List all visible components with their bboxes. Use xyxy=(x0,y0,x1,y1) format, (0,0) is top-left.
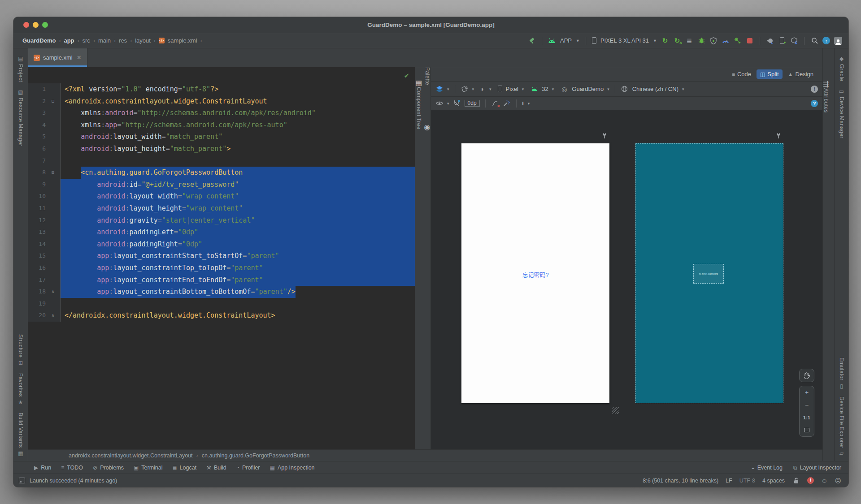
toolwindow-todo[interactable]: ≡TODO xyxy=(61,465,83,471)
toolwindow-problems[interactable]: ⊘Problems xyxy=(93,465,124,471)
gutter[interactable]: 10 xyxy=(28,190,61,202)
chevron-down-icon[interactable]: ▾ xyxy=(528,101,530,106)
mode-design[interactable]: ▲Design xyxy=(784,69,817,79)
run-configuration-select[interactable]: APP xyxy=(560,37,572,44)
breadcrumb-item[interactable]: GuardDemo xyxy=(22,37,56,44)
run-button[interactable]: ↻ xyxy=(661,37,669,45)
breadcrumb-item[interactable]: app xyxy=(64,37,74,44)
code-line-19[interactable]: 19 xyxy=(28,298,415,310)
night-mode-icon[interactable]: ◑ xyxy=(478,85,486,93)
gutter[interactable]: 15 xyxy=(28,250,61,262)
mode-code[interactable]: ≡Code xyxy=(728,69,755,79)
stop-button[interactable] xyxy=(746,37,754,45)
gutter[interactable]: 13 xyxy=(28,226,61,238)
tab-component-tree[interactable]: Component Tree ◉ xyxy=(416,87,430,131)
toolwindow-run[interactable]: ▶Run xyxy=(34,465,51,471)
zoom-in-button[interactable]: + xyxy=(800,386,814,399)
inspection-ok-icon[interactable]: ✔ xyxy=(404,70,409,82)
tool-strip-tab-resource-manager[interactable]: ▧Resource Manager xyxy=(17,89,24,146)
toolwindow-terminal[interactable]: ▣Terminal xyxy=(134,465,163,471)
toolwindow-profiler[interactable]: ◔Profiler xyxy=(236,465,260,471)
gutter[interactable]: 2⊟ xyxy=(28,95,61,108)
toolwindow-app-inspection[interactable]: ▦App Inspection xyxy=(270,465,315,471)
avatar[interactable] xyxy=(834,37,842,45)
code-line-4[interactable]: 4 xmlns:app="http://schemas.android.com/… xyxy=(28,119,415,131)
clear-constraints-icon[interactable]: ✕ xyxy=(491,99,499,108)
build-hammer-icon[interactable] xyxy=(528,37,536,45)
infer-constraints-wand-icon[interactable] xyxy=(503,99,511,108)
design-canvas[interactable]: 忘记密码? tv_reset_password xyxy=(431,110,822,449)
gradle-sync-icon[interactable] xyxy=(766,37,774,45)
caret-position[interactable]: 8:6 (501 chars, 10 line breaks) xyxy=(643,478,718,484)
breadcrumb-root[interactable]: androidx.constraintlayout.widget.Constra… xyxy=(69,452,193,459)
sdk-manager-icon[interactable] xyxy=(790,37,798,45)
toolwindow-build[interactable]: ⚒Build xyxy=(206,465,226,471)
profiler-gauge-icon[interactable] xyxy=(722,37,730,45)
happy-face-icon[interactable]: ☺ xyxy=(821,477,827,484)
issues-badge[interactable]: ! xyxy=(811,86,818,93)
toolwindow-event-log[interactable]: ◒Event Log xyxy=(751,465,783,471)
minimize-window-button[interactable] xyxy=(33,22,39,28)
gutter[interactable]: 16 xyxy=(28,262,61,274)
gutter[interactable]: 4 xyxy=(28,119,61,131)
chevron-down-icon[interactable]: ▾ xyxy=(522,87,524,91)
code-line-12[interactable]: 12 android:gravity="start|center_vertica… xyxy=(28,215,415,227)
forgot-password-text[interactable]: 忘记密码? xyxy=(461,270,609,279)
breadcrumb-item[interactable]: res xyxy=(119,37,127,44)
breadcrumb-item[interactable]: layout xyxy=(135,37,151,44)
gutter[interactable]: 17 xyxy=(28,274,61,286)
chevron-down-icon[interactable]: ▾ xyxy=(447,87,449,91)
fold-marker-icon[interactable]: ∧ xyxy=(48,286,58,298)
code-line-6[interactable]: 6 android:layout_height="match_parent"> xyxy=(28,143,415,155)
design-preview[interactable]: 忘记密码? xyxy=(461,143,609,403)
breadcrumb-view[interactable]: cn.authing.guard.GoForgotPasswordButton xyxy=(202,452,309,459)
sad-face-icon[interactable]: ☹ xyxy=(835,477,841,484)
tool-window-toggle-icon[interactable] xyxy=(19,478,25,483)
fold-marker-icon[interactable]: ∧ xyxy=(48,310,58,322)
view-options-eye-icon[interactable] xyxy=(435,99,444,108)
help-badge[interactable]: ? xyxy=(811,100,818,107)
code-line-17[interactable]: 17 app:layout_constraintEnd_toEndOf="par… xyxy=(28,274,415,286)
file-encoding[interactable]: UTF-8 xyxy=(739,478,755,484)
search-everywhere-icon[interactable] xyxy=(810,37,818,45)
target-device-select[interactable]: PIXEL 3 XL API 31 xyxy=(600,37,649,44)
blueprint-preview[interactable]: tv_reset_password xyxy=(635,143,783,403)
chevron-down-icon[interactable]: ▾ xyxy=(552,87,554,91)
code-line-1[interactable]: 1<?xml version="1.0" encoding="utf-8"?> xyxy=(28,83,415,95)
device-manager-icon[interactable]: ▼ xyxy=(778,37,786,45)
pan-hand-button[interactable] xyxy=(799,369,814,382)
tool-strip-tab-build-variants[interactable]: Build Variants▦ xyxy=(17,413,24,457)
device-select[interactable]: Pixel xyxy=(506,86,518,92)
code-line-18[interactable]: 18∧ app:layout_constraintBottom_toBottom… xyxy=(28,286,415,298)
chevron-down-icon[interactable]: ▾ xyxy=(682,87,684,91)
code-line-15[interactable]: 15 app:layout_constraintStart_toStartOf=… xyxy=(28,250,415,262)
attach-debugger-button[interactable] xyxy=(734,37,742,45)
wrench-icon[interactable] xyxy=(774,132,783,140)
design-surface-icon[interactable] xyxy=(435,85,444,93)
code-line-11[interactable]: 11 android:layout_height="wrap_content" xyxy=(28,202,415,215)
error-highlight-icon[interactable]: ! xyxy=(807,477,814,484)
tool-strip-tab-gradle[interactable]: ◆Gradle xyxy=(839,56,845,81)
tool-strip-tab-device-manager[interactable]: ▭Device Manager xyxy=(839,88,845,138)
code-line-13[interactable]: 13 android:paddingLeft="0dp" xyxy=(28,226,415,238)
theme-select[interactable]: GuardDemo xyxy=(572,86,604,92)
mode-split[interactable]: ◫Split xyxy=(757,69,783,79)
line-separator[interactable]: LF xyxy=(726,478,732,484)
tool-strip-tab-favorites[interactable]: Favorites★ xyxy=(17,373,24,405)
code-line-8[interactable]: 8⊟ <cn.authing.guard.GoForgotPasswordBut… xyxy=(28,167,415,179)
wrench-icon[interactable] xyxy=(600,132,609,140)
zoom-fit-button[interactable] xyxy=(800,424,814,436)
code-line-7[interactable]: 7 xyxy=(28,155,415,167)
code-line-3[interactable]: 3 xmlns:android="http://schemas.android.… xyxy=(28,107,415,119)
gutter[interactable]: 1 xyxy=(28,83,61,95)
tool-strip-tab-emulator[interactable]: Emulator▯ xyxy=(839,358,845,389)
toolwindow-layout-inspector[interactable]: ⧉Layout Inspector xyxy=(793,465,841,471)
breadcrumb-item[interactable]: sample.xml xyxy=(168,37,197,44)
code-line-14[interactable]: 14 android:paddingRight="0dp" xyxy=(28,238,415,250)
gutter[interactable]: 8⊟ xyxy=(28,167,61,179)
tool-strip-tab-project[interactable]: ▤Project xyxy=(17,56,24,82)
chevron-down-icon[interactable]: ▼ xyxy=(576,39,580,43)
code-line-20[interactable]: 20∧</androidx.constraintlayout.widget.Co… xyxy=(28,310,415,322)
gutter[interactable]: 3 xyxy=(28,107,61,119)
locale-select[interactable]: Chinese (zh / CN) xyxy=(632,86,678,92)
